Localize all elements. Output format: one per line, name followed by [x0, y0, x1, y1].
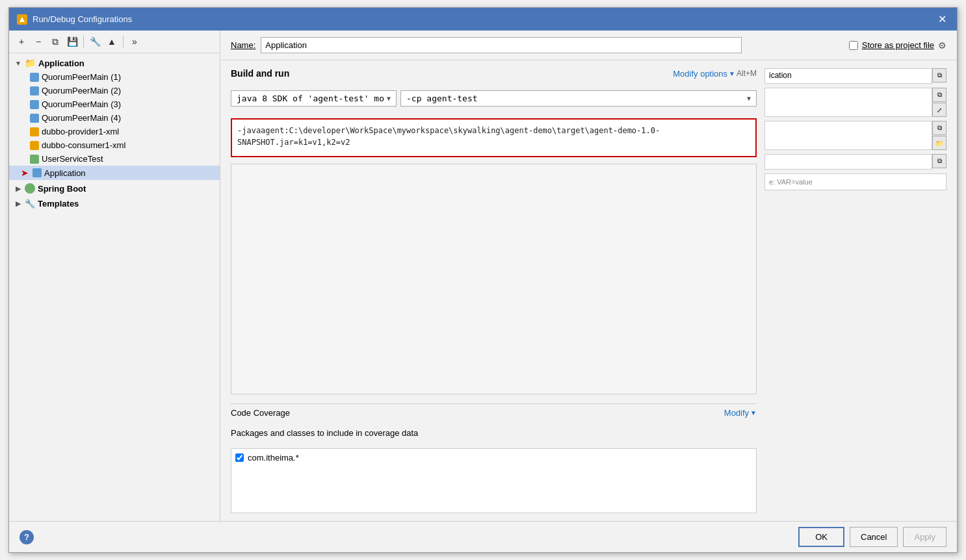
- wrench-config-button[interactable]: 🔧: [88, 34, 102, 49]
- third-field[interactable]: [764, 121, 932, 150]
- test-config-icon: [30, 155, 39, 164]
- main-class-side-btns: ⧉: [932, 68, 946, 84]
- xml-config-icon: [30, 127, 39, 136]
- fourth-field-side-btns: ⧉: [932, 154, 946, 170]
- second-field-row: ⧉ ⤢: [764, 88, 946, 117]
- main-class-copy-button[interactable]: ⧉: [932, 68, 946, 83]
- user-service-label: UserServiceTest: [42, 154, 103, 164]
- main-class-value: ication: [769, 71, 792, 80]
- coverage-modify-button[interactable]: Modify ▼: [724, 408, 757, 418]
- store-project-area: Store as project file ⚙: [849, 40, 946, 51]
- cp-dropdown[interactable]: -cp agent-test ▼: [400, 90, 757, 107]
- second-field-side-btns: ⧉ ⤢: [932, 88, 946, 117]
- toolbar-separator: [83, 36, 84, 47]
- sdk-cp-row: java 8 SDK of 'agent-test' mo ▼ -cp agen…: [231, 90, 757, 107]
- close-button[interactable]: ✕: [935, 13, 949, 25]
- apply-button[interactable]: Apply: [903, 527, 946, 547]
- sidebar-item-application[interactable]: ➤ Application: [9, 166, 220, 180]
- copy-config-button[interactable]: ⧉: [48, 34, 62, 49]
- cancel-button[interactable]: Cancel: [850, 527, 898, 547]
- app-icon: [17, 14, 27, 25]
- folder-icon: 📁: [25, 58, 36, 68]
- expand-icon: ▼: [14, 60, 22, 67]
- add-config-button[interactable]: +: [14, 34, 29, 49]
- application-group: ▼ 📁 Application QuorumPeerMain (1) Quoru…: [9, 56, 220, 180]
- app-config-icon: [30, 114, 39, 123]
- dialog-footer: ? OK Cancel Apply: [9, 521, 957, 552]
- sidebar-toolbar: + − ⧉ 💾 🔧 ▲ »: [9, 31, 220, 53]
- templates-group: ▶ 🔧 Templates: [9, 197, 220, 210]
- sidebar: + − ⧉ 💾 🔧 ▲ » ▼ 📁 Application: [9, 31, 220, 521]
- store-project-checkbox[interactable]: [849, 41, 858, 50]
- second-field[interactable]: [764, 88, 932, 117]
- spring-boot-label: Spring Boot: [38, 184, 86, 194]
- build-run-header: Build and run Modify options ▼ Alt+M: [231, 68, 757, 79]
- sidebar-item-quorum2[interactable]: QuorumPeerMain (2): [9, 84, 220, 97]
- application-label: Application: [44, 168, 86, 178]
- remove-config-button[interactable]: −: [31, 34, 46, 49]
- store-project-label: Store as project file: [862, 40, 934, 50]
- main-class-field[interactable]: ication: [764, 68, 932, 84]
- toolbar-separator2: [123, 36, 124, 47]
- more-button[interactable]: »: [127, 34, 142, 49]
- package-checkbox[interactable]: [235, 453, 244, 462]
- templates-wrench-icon: 🔧: [25, 199, 35, 209]
- spring-boot-group: ▶ Spring Boot: [9, 181, 220, 196]
- packages-box[interactable]: com.itheima.*: [231, 448, 757, 513]
- third-field-side-btns: ⧉ 📁: [932, 121, 946, 150]
- second-copy-button[interactable]: ⧉: [932, 88, 946, 102]
- quorum2-label: QuorumPeerMain (2): [42, 86, 121, 95]
- third-folder-button[interactable]: 📁: [932, 136, 946, 150]
- main-content: Name: Store as project file ⚙ Build and …: [220, 31, 957, 521]
- sdk-label: java 8 SDK of 'agent-test' mo: [237, 94, 384, 103]
- quorum1-label: QuorumPeerMain (1): [42, 72, 121, 82]
- app-config-icon-selected: [33, 168, 42, 177]
- name-row: Name: Store as project file ⚙: [220, 31, 957, 60]
- modify-options-label: Modify options: [673, 69, 727, 79]
- save-config-button[interactable]: 💾: [65, 34, 79, 49]
- app-config-icon: [30, 73, 39, 82]
- sidebar-item-dubbo-provider[interactable]: dubbo-provider1-xml: [9, 125, 220, 138]
- dubbo-provider-label: dubbo-provider1-xml: [42, 127, 119, 136]
- app-config-icon: [30, 86, 39, 95]
- fourth-copy-button[interactable]: ⧉: [932, 154, 946, 168]
- title-bar: Run/Debug Configurations ✕: [9, 8, 957, 31]
- store-gear-button[interactable]: ⚙: [938, 40, 946, 51]
- config-tree: ▼ 📁 Application QuorumPeerMain (1) Quoru…: [9, 53, 220, 521]
- sidebar-item-dubbo-consumer[interactable]: dubbo-consumer1-xml: [9, 138, 220, 152]
- vm-options-box[interactable]: -javaagent:C:\developer\WorkSpace\mywork…: [231, 118, 757, 157]
- application-group-label: Application: [38, 58, 85, 68]
- build-run-label: Build and run: [231, 68, 289, 79]
- third-copy-button[interactable]: ⧉: [932, 121, 946, 135]
- quorum3-label: QuorumPeerMain (3): [42, 99, 121, 109]
- vm-options-text: -javaagent:C:\developer\WorkSpace\mywork…: [237, 126, 660, 147]
- coverage-chevron-icon: ▼: [750, 409, 757, 416]
- code-coverage-label: Code Coverage: [231, 408, 724, 418]
- package-item: com.itheima.*: [235, 453, 752, 463]
- help-button[interactable]: ?: [20, 530, 34, 544]
- fourth-field[interactable]: [764, 154, 932, 170]
- sidebar-item-quorum4[interactable]: QuorumPeerMain (4): [9, 111, 220, 125]
- sidebar-item-quorum1[interactable]: QuorumPeerMain (1): [9, 70, 220, 84]
- cp-chevron-icon: ▼: [747, 95, 751, 102]
- footer-buttons: OK Cancel Apply: [798, 527, 946, 547]
- spring-boot-group-header[interactable]: ▶ Spring Boot: [9, 181, 220, 196]
- chevron-down-icon: ▼: [729, 70, 735, 77]
- fourth-field-row: ⧉: [764, 154, 946, 170]
- name-input[interactable]: [261, 37, 742, 53]
- sidebar-item-user-service[interactable]: UserServiceTest: [9, 152, 220, 166]
- sdk-chevron-icon: ▼: [387, 95, 391, 102]
- move-up-button[interactable]: ▲: [105, 34, 119, 49]
- third-field-row: ⧉ 📁: [764, 121, 946, 150]
- modify-options-button[interactable]: Modify options ▼ Alt+M: [673, 69, 757, 79]
- application-group-header[interactable]: ▼ 📁 Application: [9, 56, 220, 70]
- name-label: Name:: [231, 40, 255, 50]
- templates-group-header[interactable]: ▶ 🔧 Templates: [9, 197, 220, 210]
- sdk-dropdown[interactable]: java 8 SDK of 'agent-test' mo ▼: [231, 90, 397, 107]
- sidebar-item-quorum3[interactable]: QuorumPeerMain (3): [9, 97, 220, 111]
- xml-config-icon: [30, 141, 39, 150]
- dialog-title: Run/Debug Configurations: [33, 14, 132, 24]
- ok-button[interactable]: OK: [798, 527, 844, 547]
- second-expand-button[interactable]: ⤢: [932, 103, 946, 117]
- code-coverage-row: Code Coverage Modify ▼: [231, 403, 757, 422]
